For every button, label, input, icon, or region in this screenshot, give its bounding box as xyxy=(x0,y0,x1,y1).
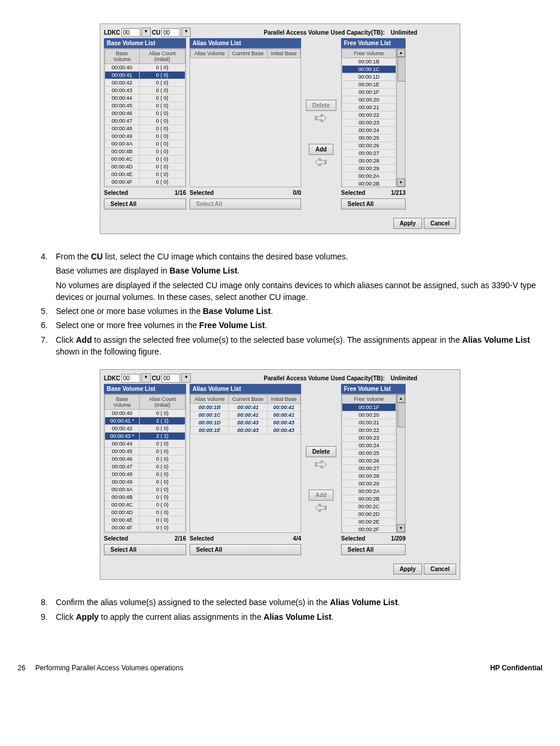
col-initial-base[interactable]: Initial Base xyxy=(267,49,300,58)
cancel-button[interactable]: Cancel xyxy=(424,563,456,575)
table-row[interactable]: 00:00:23 xyxy=(342,119,396,127)
table-row[interactable]: 00:00:43 *2 ( 2) xyxy=(105,433,185,440)
ldkc-dropdown[interactable]: ▼ xyxy=(141,373,151,383)
scroll-thumb[interactable] xyxy=(397,57,406,82)
table-row[interactable]: 00:00:480 ( 0) xyxy=(105,471,185,478)
col-alias-count[interactable]: Alias Count (Initial) xyxy=(139,49,185,64)
apply-button[interactable]: Apply xyxy=(393,218,423,229)
table-row[interactable]: 00:00:440 ( 0) xyxy=(105,440,185,448)
table-row[interactable]: 00:00:41 *2 ( 2) xyxy=(105,417,185,425)
table-row[interactable]: 00:00:2A xyxy=(342,488,396,495)
table-row[interactable]: 00:00:470 ( 0) xyxy=(105,117,185,125)
scroll-down-icon[interactable]: ▼ xyxy=(397,178,405,187)
table-row[interactable]: 00:00:29 xyxy=(342,480,396,488)
table-row[interactable]: 00:00:460 ( 0) xyxy=(105,110,185,117)
table-row[interactable]: 00:00:2B xyxy=(342,495,396,503)
table-row[interactable]: 00:00:420 ( 0) xyxy=(105,425,185,433)
free-scrollbar[interactable]: ▲ ▼ xyxy=(396,394,405,532)
table-row[interactable]: 00:00:4B0 ( 0) xyxy=(105,148,185,156)
table-row[interactable]: 00:00:450 ( 0) xyxy=(105,448,185,455)
alias-volume-table[interactable]: Alias Volume Current Base Initial Base xyxy=(190,49,301,58)
free-select-all-button[interactable]: Select All xyxy=(341,544,406,555)
col-free-volume[interactable]: Free Volume xyxy=(342,49,396,58)
ldkc-input[interactable] xyxy=(122,374,140,383)
table-row[interactable]: 00:00:2D xyxy=(342,511,396,518)
table-row[interactable]: 00:00:1C00:00:4100:00:41 xyxy=(191,411,301,419)
table-row[interactable]: 00:00:26 xyxy=(342,142,396,150)
table-row[interactable]: 00:00:1F xyxy=(342,404,396,411)
table-row[interactable]: 00:00:2B xyxy=(342,180,396,187)
table-row[interactable]: 00:00:22 xyxy=(342,427,396,434)
table-row[interactable]: 00:00:410 ( 0) xyxy=(105,72,185,79)
cancel-button[interactable]: Cancel xyxy=(424,218,456,229)
alias-volume-table[interactable]: Alias Volume Current Base Initial Base 0… xyxy=(190,394,301,434)
table-row[interactable]: 00:00:4C0 ( 0) xyxy=(105,501,185,509)
table-row[interactable]: 00:00:28 xyxy=(342,472,396,480)
table-row[interactable]: 00:00:1E xyxy=(342,81,396,89)
free-select-all-button[interactable]: Select All xyxy=(341,198,406,210)
free-volume-table[interactable]: Free Volume 00:00:1F00:00:2000:00:2100:0… xyxy=(342,394,396,532)
table-row[interactable]: 00:00:20 xyxy=(342,411,396,419)
table-row[interactable]: 00:00:1F xyxy=(342,89,396,96)
table-row[interactable]: 00:00:4B0 ( 0) xyxy=(105,494,185,501)
free-scrollbar[interactable]: ▲ ▼ xyxy=(396,49,405,187)
table-row[interactable]: 00:00:2F xyxy=(342,526,396,533)
table-row[interactable]: 00:00:20 xyxy=(342,96,396,104)
table-row[interactable]: 00:00:4F0 ( 0) xyxy=(105,178,185,186)
table-row[interactable]: 00:00:29 xyxy=(342,165,396,173)
base-select-all-button[interactable]: Select All xyxy=(104,198,186,210)
table-row[interactable]: 00:00:25 xyxy=(342,450,396,457)
table-row[interactable]: 00:00:450 ( 0) xyxy=(105,102,185,110)
table-row[interactable]: 00:00:25 xyxy=(342,134,396,142)
table-row[interactable]: 00:00:22 xyxy=(342,112,396,119)
table-row[interactable]: 00:00:1D xyxy=(342,73,396,81)
table-row[interactable]: 00:00:400 ( 0) xyxy=(105,410,185,417)
table-row[interactable]: 00:00:4C0 ( 0) xyxy=(105,156,185,163)
table-row[interactable]: 00:00:24 xyxy=(342,127,396,134)
table-row[interactable]: 00:00:21 xyxy=(342,104,396,112)
base-volume-table[interactable]: Base Volume Alias Count (Initial) 00:00:… xyxy=(104,394,185,532)
ldkc-dropdown[interactable]: ▼ xyxy=(141,28,151,37)
table-row[interactable]: 00:00:4D0 ( 0) xyxy=(105,163,185,171)
table-row[interactable]: 00:00:1E00:00:4300:00:43 xyxy=(191,427,301,434)
cu-dropdown[interactable]: ▼ xyxy=(181,28,191,37)
table-row[interactable]: 00:00:4E0 ( 0) xyxy=(105,171,185,178)
table-row[interactable]: 00:00:21 xyxy=(342,419,396,427)
base-select-all-button[interactable]: Select All xyxy=(104,544,186,555)
scroll-down-icon[interactable]: ▼ xyxy=(397,524,405,532)
base-volume-table[interactable]: Base Volume Alias Count (Initial) 00:00:… xyxy=(104,49,185,186)
table-row[interactable]: 00:00:27 xyxy=(342,465,396,472)
cu-input[interactable] xyxy=(161,374,180,383)
table-row[interactable]: 00:00:460 ( 0) xyxy=(105,455,185,463)
table-row[interactable]: 00:00:4E0 ( 0) xyxy=(105,517,185,524)
col-current-base[interactable]: Current Base xyxy=(228,49,267,58)
table-row[interactable]: 00:00:4F0 ( 0) xyxy=(105,524,185,532)
table-row[interactable]: 00:00:27 xyxy=(342,150,396,157)
table-row[interactable]: 00:00:2E xyxy=(342,518,396,526)
apply-button[interactable]: Apply xyxy=(393,563,423,575)
table-row[interactable]: 00:00:4D0 ( 0) xyxy=(105,509,185,517)
table-row[interactable]: 00:00:1D00:00:4300:00:43 xyxy=(191,419,301,427)
table-row[interactable]: 00:00:470 ( 0) xyxy=(105,463,185,471)
table-row[interactable]: 00:00:28 xyxy=(342,157,396,165)
table-row[interactable]: 00:00:400 ( 0) xyxy=(105,64,185,72)
cu-input[interactable] xyxy=(161,28,180,37)
scroll-up-icon[interactable]: ▲ xyxy=(397,394,405,403)
col-base-volume[interactable]: Base Volume xyxy=(105,49,140,64)
table-row[interactable]: 00:00:26 xyxy=(342,457,396,465)
table-row[interactable]: 00:00:1C xyxy=(342,66,396,73)
ldkc-input[interactable] xyxy=(122,28,140,37)
table-row[interactable]: 00:00:24 xyxy=(342,442,396,450)
table-row[interactable]: 00:00:4A0 ( 0) xyxy=(105,486,185,494)
scroll-up-icon[interactable]: ▲ xyxy=(397,49,405,57)
table-row[interactable]: 00:00:23 xyxy=(342,434,396,442)
alias-select-all-button[interactable]: Select All xyxy=(190,544,301,555)
table-row[interactable]: 00:00:4A0 ( 0) xyxy=(105,140,185,148)
scroll-thumb[interactable] xyxy=(397,403,406,427)
table-row[interactable]: 00:00:430 ( 0) xyxy=(105,87,185,94)
cu-dropdown[interactable]: ▼ xyxy=(181,373,191,383)
table-row[interactable]: 00:00:440 ( 0) xyxy=(105,94,185,102)
table-row[interactable]: 00:00:1B xyxy=(342,58,396,66)
table-row[interactable]: 00:00:1B00:00:4100:00:41 xyxy=(191,404,301,411)
table-row[interactable]: 00:00:490 ( 0) xyxy=(105,133,185,140)
